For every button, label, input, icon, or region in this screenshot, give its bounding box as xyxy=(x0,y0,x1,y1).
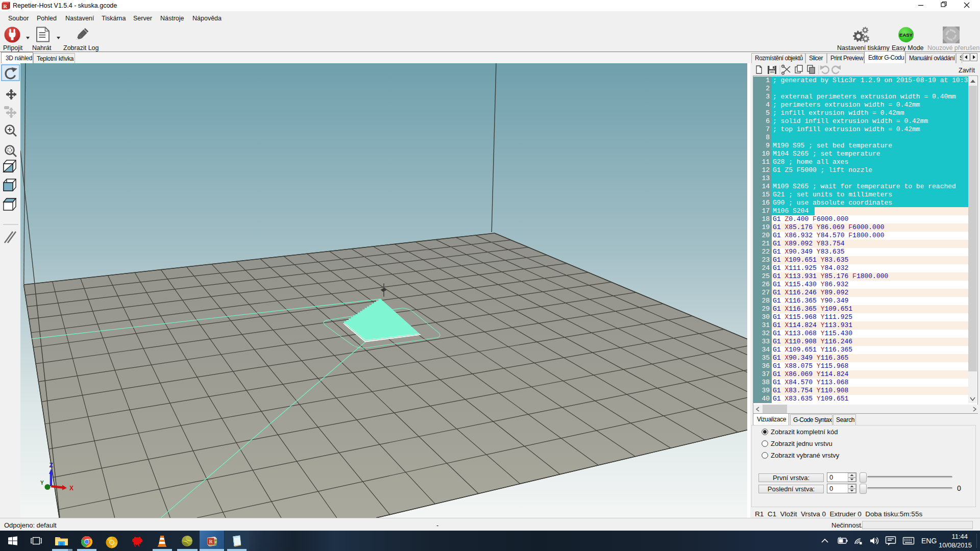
svg-text:Y: Y xyxy=(40,480,44,486)
svg-text:EASY: EASY xyxy=(899,32,913,38)
svg-text:P: P xyxy=(215,540,217,544)
svg-text:R: R xyxy=(209,539,213,544)
svg-text:R: R xyxy=(3,4,7,9)
svg-text:Z: Z xyxy=(50,462,53,469)
svg-text:X: X xyxy=(69,485,74,492)
